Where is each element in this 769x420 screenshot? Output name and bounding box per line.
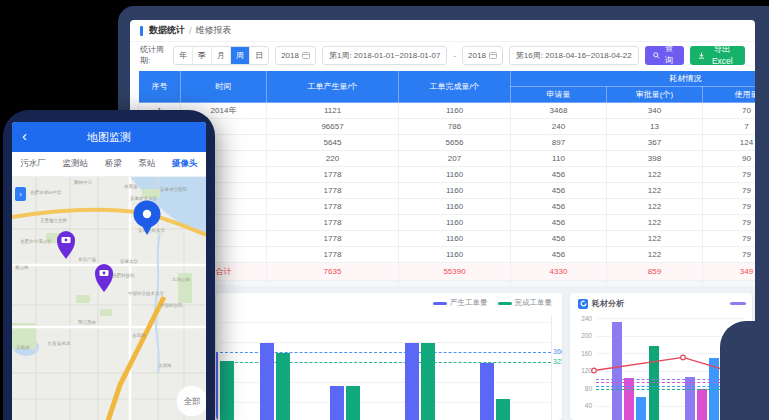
- map-label: 阜学广场: [78, 257, 96, 263]
- map-label: 红星美凯龙: [47, 341, 71, 346]
- tab-污水厂[interactable]: 污水厂: [20, 158, 46, 170]
- export-excel-button[interactable]: 导出Excel: [690, 46, 745, 65]
- map-label: 安徽大学: [120, 259, 139, 264]
- table-cell: 5645: [267, 135, 399, 151]
- period-option-季[interactable]: 季: [192, 47, 211, 64]
- camera-marker[interactable]: [57, 231, 75, 259]
- map-label: 安徽省立医院: [160, 186, 188, 192]
- table-cell: 1160: [399, 231, 511, 247]
- bar: [405, 343, 419, 420]
- period-option-年[interactable]: 年: [174, 47, 192, 64]
- breadcrumb-accent-bar: [140, 26, 143, 36]
- table-cell: 96657: [267, 119, 399, 135]
- tab-摄像头[interactable]: 摄像头: [172, 158, 198, 170]
- calendar-icon: [302, 51, 310, 59]
- table-cell: 1778: [267, 167, 399, 183]
- col-header: 工单产生量/个: [267, 71, 399, 103]
- map-label: 东流路: [132, 333, 146, 338]
- table-cell: 456: [511, 199, 607, 215]
- table-row: 5177811604561227967: [139, 167, 756, 183]
- group-header: 耗材情况: [511, 71, 756, 87]
- col-header: 工单完成量/个: [399, 71, 511, 103]
- table-body: 12014年1121116034683407025029665778624013…: [139, 103, 756, 299]
- axis-line: [551, 315, 552, 420]
- period-option-月[interactable]: 月: [211, 47, 230, 64]
- table-cell: 456: [511, 215, 607, 231]
- table-cell: 456: [511, 183, 607, 199]
- table-cell: 122: [607, 167, 703, 183]
- map-label: 中国科学院: [160, 302, 183, 308]
- table-cell: 79: [703, 247, 756, 263]
- table-head: 序号时间工单产生量/个工单完成量/个耗材情况申请量审批量(个)使用量金额: [139, 71, 756, 103]
- map-label: 望江西路: [78, 319, 97, 325]
- tab-桥梁[interactable]: 桥梁: [105, 158, 122, 170]
- breadcrumb-section[interactable]: 数据统计: [149, 24, 185, 37]
- end-week-input[interactable]: 第16周: 2018-04-16~2018-04-22: [509, 46, 639, 65]
- total-row: 合计763555390433085934933: [139, 263, 756, 281]
- bar: [330, 386, 344, 420]
- phone-header: ‹ 地图监测: [12, 122, 206, 152]
- table-cell: 456: [511, 167, 607, 183]
- total-cell: 4330: [511, 263, 607, 281]
- start-year-select[interactable]: 2018: [275, 46, 316, 65]
- map-highway: [108, 297, 164, 420]
- frame-corner: [720, 321, 769, 420]
- map-expander-button[interactable]: ›: [15, 187, 26, 201]
- end-year-select[interactable]: 2018: [462, 46, 503, 65]
- range-separator: -: [453, 51, 456, 60]
- table-cell: 786: [399, 119, 511, 135]
- table-cell: 13: [607, 119, 703, 135]
- svg-text:全部: 全部: [184, 396, 201, 406]
- bar: [496, 399, 510, 420]
- table-cell: 1778: [267, 215, 399, 231]
- table-cell: 207: [399, 151, 511, 167]
- svg-text:›: ›: [19, 190, 22, 199]
- report-table: 序号时间工单产生量/个工单完成量/个耗材情况申请量审批量(个)使用量金额1201…: [138, 70, 755, 299]
- table-cell: 456: [511, 247, 607, 263]
- table-head-row: 序号时间工单产生量/个工单完成量/个耗材情况: [139, 71, 756, 87]
- phone-title: 地图监测: [87, 130, 131, 145]
- total-cell: 859: [607, 263, 703, 281]
- table-cell: 70: [703, 103, 756, 119]
- sub-col-header: 使用量: [703, 87, 756, 103]
- table-cell: 3468: [511, 103, 607, 119]
- phone-screen: ‹ 地图监测 污水厂监测站桥梁泵站摄像头: [12, 122, 206, 420]
- table-row: 356455656897367124129: [139, 135, 756, 151]
- table-cell: 122: [607, 199, 703, 215]
- breadcrumb: 数据统计 / 维修报表: [130, 20, 755, 42]
- table-cell: 5656: [399, 135, 511, 151]
- table-cell: 79: [703, 231, 756, 247]
- map-label: 九华山路: [172, 277, 191, 282]
- query-button[interactable]: 查询: [645, 46, 684, 65]
- table-cell: 1778: [267, 231, 399, 247]
- bar: [346, 386, 360, 420]
- table-cell: 1121: [267, 103, 399, 119]
- table-cell: 122: [607, 215, 703, 231]
- start-week-input[interactable]: 第1周: 2018-01-01~2018-01-07: [322, 46, 447, 65]
- col-header: 序号: [139, 71, 181, 103]
- map-label: 安徽医科大学: [138, 227, 166, 233]
- tab-监测站[interactable]: 监测站: [63, 158, 89, 170]
- period-label: 统计周期:: [140, 44, 167, 66]
- table-row: 9177811604561227967: [139, 231, 756, 247]
- period-option-日[interactable]: 日: [249, 47, 268, 64]
- breadcrumb-page: 维修报表: [196, 24, 232, 37]
- map-label: 安徽农业大学: [130, 195, 158, 201]
- end-year-value: 2018: [468, 51, 486, 60]
- map-label: 天鹅湖: [16, 345, 30, 350]
- table-cell: 1160: [399, 183, 511, 199]
- period-option-周[interactable]: 周: [230, 47, 249, 64]
- map-view[interactable]: 网格中心体育场合肥市琥珀中学安徽农业大学五里墩立交桥安徽医科大学安徽省立医院合肥…: [12, 177, 206, 420]
- dashboard-screen: 数据统计 / 维修报表 统计周期: 年季月周日 2018 第1周: 2018-0…: [130, 20, 755, 420]
- table-cell: 1160: [399, 215, 511, 231]
- tab-泵站[interactable]: 泵站: [138, 158, 155, 170]
- map-label: 五里墩立交桥: [40, 217, 68, 224]
- sub-col-header: 审批量(个): [607, 87, 703, 103]
- back-chevron-icon[interactable]: ‹: [22, 128, 27, 143]
- bar: [276, 353, 290, 420]
- all-button[interactable]: 全部: [176, 385, 206, 417]
- table-row: 10177811604561227967: [139, 247, 756, 263]
- table-cell: 1160: [399, 247, 511, 263]
- page: 数据统计 / 维修报表 统计周期: 年季月周日 2018 第1周: 2018-0…: [0, 0, 769, 420]
- table-row: 8177811604561227967: [139, 215, 756, 231]
